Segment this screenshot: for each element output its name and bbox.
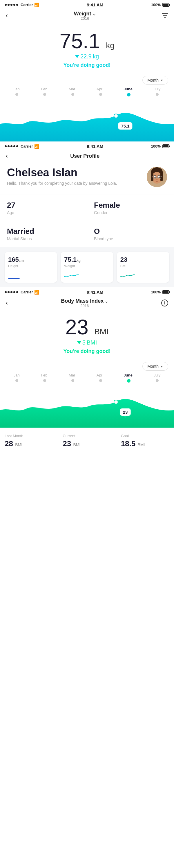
month-label-1: Month: [147, 78, 159, 83]
status-right-1: 100%: [151, 3, 169, 7]
nav-chevron-1: ⌄: [93, 11, 96, 16]
nav-chevron-3: ⌄: [105, 299, 108, 304]
wifi-icon-3: 📶: [34, 290, 39, 294]
wifi-icon-2: 📶: [34, 144, 39, 149]
filter-line-2: [163, 16, 167, 16]
svg-point-18: [114, 400, 118, 404]
month-selector-wrap-1: Month ▼: [0, 76, 174, 85]
month-feb-1: Feb: [41, 87, 47, 91]
age-cell: 27 Age: [0, 195, 87, 221]
height-card: 165cm Height: [5, 252, 57, 283]
signal-dots: [5, 4, 18, 6]
avatar-image: [147, 167, 167, 187]
health-cards: 165cm Height 75.1kg Weight 23 BMI: [0, 247, 174, 287]
bmi-stats-row: Last Month 28 BMI Current 23 BMI Goal 18…: [0, 428, 174, 454]
svg-point-11: [159, 177, 160, 178]
month-july-1: July: [154, 87, 161, 91]
status-time-3: 9:41 AM: [87, 290, 103, 294]
chart-month-labels-1: Jan Feb Mar Apr June July: [0, 87, 174, 91]
weight-change: 22.9 kg: [6, 53, 168, 60]
profile-nav-title: User Profile: [70, 153, 100, 159]
chart-dot-apr-1: [99, 93, 102, 96]
signal-dots-3: [5, 291, 18, 293]
month-label-2: Month: [147, 364, 159, 369]
bmi-nav-subtitle: 2016: [61, 304, 108, 308]
weight-display: 75.1 kg 22.9 kg You're doing good!: [0, 22, 174, 76]
info-icon[interactable]: i: [161, 300, 168, 307]
back-button-3[interactable]: ‹: [6, 299, 8, 307]
bmi-mini-chart: [120, 271, 166, 279]
height-chart-line: [8, 278, 20, 279]
carrier-label-3: Carrier: [21, 290, 33, 294]
height-value: 165cm: [8, 256, 54, 264]
month-jan-2: Jan: [13, 373, 20, 377]
gender-cell: Female Gender: [87, 195, 174, 221]
month-july-2: July: [154, 373, 161, 377]
chart-dots-1: [0, 93, 174, 96]
bmi-doing-good: You're doing good!: [6, 348, 168, 354]
month-selector-wrap-2: Month ▼: [0, 362, 174, 371]
month-selector-2[interactable]: Month ▼: [142, 362, 168, 371]
svg-line-16: [161, 176, 162, 177]
goal-value: 18.5 BMI: [121, 439, 169, 448]
month-jan-1: Jan: [13, 87, 20, 91]
filter-icon-2[interactable]: [162, 154, 168, 158]
current-value: 23 BMI: [63, 439, 111, 448]
chart-dots-2: [0, 379, 174, 382]
last-month-label: Last Month: [5, 434, 53, 438]
signal-dots-2: [5, 145, 18, 147]
chart-dot-jan-1: [15, 93, 18, 96]
filter-line-4: [162, 154, 168, 154]
gender-value: Female: [94, 201, 167, 210]
bmi-display: 23 BMI 5 BMI You're doing good!: [0, 308, 174, 362]
battery-icon-2: [163, 144, 169, 148]
weight-tooltip-1: 75.1: [118, 122, 133, 130]
weight-nav-subtitle: 2016: [74, 16, 96, 21]
bmi-tooltip: 23: [120, 408, 131, 416]
weight-change-unit: kg: [93, 53, 99, 60]
marital-label: Marital Status: [7, 237, 80, 241]
chart-dot-feb-1: [43, 93, 46, 96]
goal-label: Goal: [121, 434, 169, 438]
month-mar-2: Mar: [69, 373, 75, 377]
weight-nav-bar: ‹ Weight ⌄ 2016: [0, 8, 174, 22]
month-june-2: June: [124, 373, 132, 377]
bmi-unit: BMI: [94, 327, 109, 336]
wifi-icon: 📶: [34, 3, 39, 7]
weight-screen: Carrier 📶 9:41 AM 100% ‹ Weight ⌄ 2016: [0, 0, 174, 142]
weight-value: 75.1 kg: [6, 31, 168, 52]
chart-dot-mar-2: [71, 379, 74, 382]
weight-card-label: Weight: [64, 264, 110, 268]
status-time-1: 9:41 AM: [87, 2, 103, 7]
weight-card-value: 75.1kg: [64, 256, 110, 264]
age-label: Age: [7, 210, 80, 215]
filter-line-1: [162, 13, 168, 14]
weight-doing-good: You're doing good!: [6, 62, 168, 68]
back-button-2[interactable]: ‹: [6, 152, 8, 160]
filter-line-3: [164, 18, 167, 18]
bmi-card-label: BMI: [120, 264, 166, 268]
profile-stats-grid: 27 Age Female Gender Married Marital Sta…: [0, 195, 174, 247]
chart-month-labels-2: Jan Feb Mar Apr June July: [0, 373, 174, 377]
month-selector-1[interactable]: Month ▼: [142, 76, 168, 85]
back-button-1[interactable]: ‹: [6, 12, 8, 20]
height-label: Height: [8, 264, 54, 268]
battery-icon-1: [163, 3, 169, 7]
month-mar-1: Mar: [69, 87, 75, 91]
bmi-change-unit: BMI: [87, 339, 97, 346]
signal-dot-3: [10, 4, 12, 6]
chart-dot-july-1: [156, 93, 159, 96]
blood-value: O: [94, 227, 167, 236]
bmi-screen: Carrier 📶 9:41 AM 100% ‹ Body Mass Index…: [0, 287, 174, 454]
status-left-3: Carrier 📶: [5, 290, 39, 294]
month-feb-2: Feb: [41, 373, 47, 377]
filter-icon-1[interactable]: [162, 13, 168, 18]
marital-value: Married: [7, 227, 80, 236]
status-time-2: 9:41 AM: [87, 144, 103, 149]
signal-dot-4: [13, 4, 15, 6]
profile-name-section: Chelsea Islan Hello, Thank you for compl…: [7, 167, 142, 186]
chart-dot-june-1: [127, 93, 131, 96]
weight-down-arrow: [75, 55, 79, 58]
gender-label: Gender: [94, 210, 167, 215]
tooltip-value-1: 75.1: [121, 123, 129, 128]
